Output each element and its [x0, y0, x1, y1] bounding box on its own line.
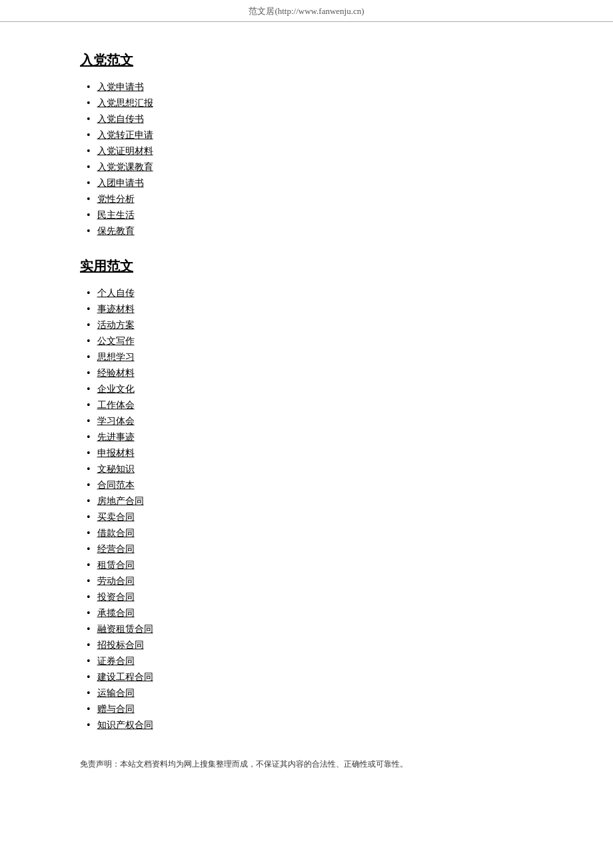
- link-shiYong-6[interactable]: 企业文化: [97, 383, 135, 395]
- link-shiYong-16[interactable]: 经营合同: [97, 543, 135, 555]
- list-item: 入党自传书: [87, 113, 533, 125]
- list-item: 赠与合同: [87, 703, 533, 715]
- list-item: 建设工程合同: [87, 671, 533, 683]
- link-ruDang-3[interactable]: 入党转正申请: [97, 129, 153, 141]
- link-shiYong-21[interactable]: 融资租赁合同: [97, 623, 153, 635]
- list-item: 民主生活: [87, 209, 533, 221]
- list-item: 合同范本: [87, 479, 533, 491]
- link-shiYong-1[interactable]: 事迹材料: [97, 303, 135, 315]
- header-text: 范文居(http://www.fanwenju.cn): [249, 6, 364, 16]
- link-shiYong-18[interactable]: 劳动合同: [97, 575, 135, 587]
- link-shiYong-3[interactable]: 公文写作: [97, 335, 135, 347]
- section-title-ruDang: 入党范文: [80, 51, 533, 69]
- link-shiYong-10[interactable]: 申报材料: [97, 447, 135, 459]
- list-item: 个人自传: [87, 287, 533, 299]
- section-ruDang: 入党范文入党申请书入党思想汇报入党自传书入党转正申请入党证明材料入党党课教育入团…: [80, 51, 533, 237]
- list-item: 劳动合同: [87, 575, 533, 587]
- list-item: 承揽合同: [87, 607, 533, 619]
- link-shiYong-25[interactable]: 运输合同: [97, 687, 135, 699]
- link-shiYong-5[interactable]: 经验材料: [97, 367, 135, 379]
- page-header: 范文居(http://www.fanwenju.cn): [0, 0, 613, 22]
- link-shiYong-15[interactable]: 借款合同: [97, 527, 135, 539]
- link-shiYong-20[interactable]: 承揽合同: [97, 607, 135, 619]
- link-ruDang-9[interactable]: 保先教育: [97, 225, 135, 237]
- link-ruDang-1[interactable]: 入党思想汇报: [97, 97, 153, 109]
- list-item: 经营合同: [87, 543, 533, 555]
- list-item: 借款合同: [87, 527, 533, 539]
- link-shiYong-24[interactable]: 建设工程合同: [97, 671, 153, 683]
- list-item: 事迹材料: [87, 303, 533, 315]
- link-shiYong-17[interactable]: 租赁合同: [97, 559, 135, 571]
- link-ruDang-0[interactable]: 入党申请书: [97, 81, 144, 93]
- link-shiYong-8[interactable]: 学习体会: [97, 415, 135, 427]
- list-item: 投资合同: [87, 591, 533, 603]
- list-item: 知识产权合同: [87, 719, 533, 731]
- list-item: 学习体会: [87, 415, 533, 427]
- link-shiYong-7[interactable]: 工作体会: [97, 399, 135, 411]
- link-shiYong-13[interactable]: 房地产合同: [97, 495, 144, 507]
- link-shiYong-22[interactable]: 招投标合同: [97, 639, 144, 651]
- list-item: 保先教育: [87, 225, 533, 237]
- link-ruDang-5[interactable]: 入党党课教育: [97, 161, 153, 173]
- list-item: 入党党课教育: [87, 161, 533, 173]
- list-item: 融资租赁合同: [87, 623, 533, 635]
- link-ruDang-4[interactable]: 入党证明材料: [97, 145, 153, 157]
- list-item: 先进事迹: [87, 431, 533, 443]
- link-list-ruDang: 入党申请书入党思想汇报入党自传书入党转正申请入党证明材料入党党课教育入团申请书党…: [80, 81, 533, 237]
- list-item: 党性分析: [87, 193, 533, 205]
- disclaimer: 免责声明：本站文档资料均为网上搜集整理而成，不保证其内容的合法性、正确性或可靠性…: [80, 758, 533, 771]
- link-shiYong-0[interactable]: 个人自传: [97, 287, 135, 299]
- list-item: 思想学习: [87, 351, 533, 363]
- list-item: 入团申请书: [87, 177, 533, 189]
- section-title-shiYong: 实用范文: [80, 257, 533, 275]
- link-ruDang-8[interactable]: 民主生活: [97, 209, 135, 221]
- link-ruDang-2[interactable]: 入党自传书: [97, 113, 144, 125]
- link-shiYong-12[interactable]: 合同范本: [97, 479, 135, 491]
- list-item: 申报材料: [87, 447, 533, 459]
- list-item: 入党证明材料: [87, 145, 533, 157]
- list-item: 买卖合同: [87, 511, 533, 523]
- link-ruDang-7[interactable]: 党性分析: [97, 193, 135, 205]
- page-content: 入党范文入党申请书入党思想汇报入党自传书入党转正申请入党证明材料入党党课教育入团…: [0, 22, 613, 791]
- link-shiYong-19[interactable]: 投资合同: [97, 591, 135, 603]
- section-shiYong: 实用范文个人自传事迹材料活动方案公文写作思想学习经验材料企业文化工作体会学习体会…: [80, 257, 533, 731]
- link-ruDang-6[interactable]: 入团申请书: [97, 177, 144, 189]
- list-item: 入党申请书: [87, 81, 533, 93]
- list-item: 企业文化: [87, 383, 533, 395]
- list-item: 入党思想汇报: [87, 97, 533, 109]
- list-item: 招投标合同: [87, 639, 533, 651]
- list-item: 活动方案: [87, 319, 533, 331]
- link-shiYong-27[interactable]: 知识产权合同: [97, 719, 153, 731]
- list-item: 工作体会: [87, 399, 533, 411]
- link-shiYong-4[interactable]: 思想学习: [97, 351, 135, 363]
- list-item: 房地产合同: [87, 495, 533, 507]
- list-item: 入党转正申请: [87, 129, 533, 141]
- link-shiYong-9[interactable]: 先进事迹: [97, 431, 135, 443]
- link-shiYong-26[interactable]: 赠与合同: [97, 703, 135, 715]
- link-list-shiYong: 个人自传事迹材料活动方案公文写作思想学习经验材料企业文化工作体会学习体会先进事迹…: [80, 287, 533, 731]
- list-item: 证券合同: [87, 655, 533, 667]
- link-shiYong-23[interactable]: 证券合同: [97, 655, 135, 667]
- list-item: 租赁合同: [87, 559, 533, 571]
- link-shiYong-2[interactable]: 活动方案: [97, 319, 135, 331]
- link-shiYong-14[interactable]: 买卖合同: [97, 511, 135, 523]
- list-item: 运输合同: [87, 687, 533, 699]
- list-item: 文秘知识: [87, 463, 533, 475]
- link-shiYong-11[interactable]: 文秘知识: [97, 463, 135, 475]
- list-item: 经验材料: [87, 367, 533, 379]
- list-item: 公文写作: [87, 335, 533, 347]
